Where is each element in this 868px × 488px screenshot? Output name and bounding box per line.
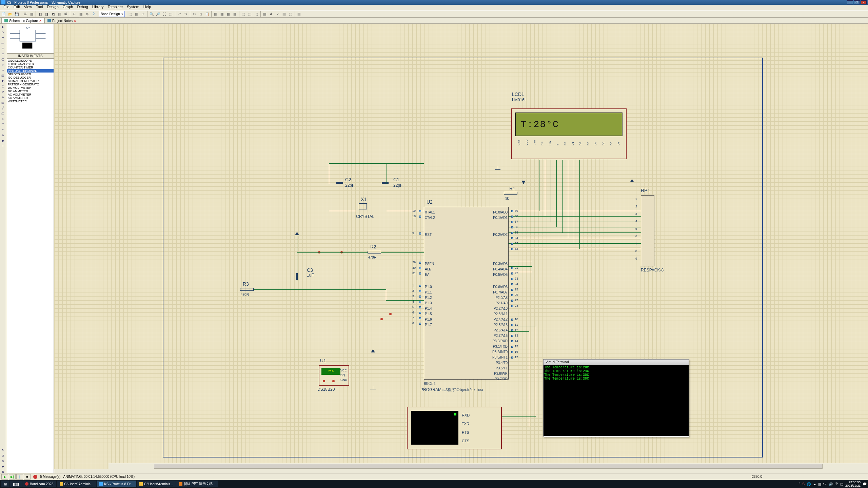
instrument-item[interactable]: AC VOLTMETER bbox=[7, 93, 54, 96]
junction-icon[interactable]: ✛ bbox=[1, 36, 5, 41]
close-tab-icon[interactable]: × bbox=[39, 19, 41, 23]
menu-help[interactable]: Help bbox=[141, 5, 153, 10]
close-button[interactable]: × bbox=[861, 0, 867, 4]
menu-library[interactable]: Library bbox=[90, 5, 106, 10]
status-messages[interactable]: 5 Message(s) bbox=[40, 475, 61, 479]
taskbar-item[interactable]: C:\Users\Adminis... bbox=[137, 481, 176, 487]
instrument-item[interactable]: I2C DEBUGGER bbox=[7, 76, 54, 79]
r1-component[interactable] bbox=[504, 192, 517, 195]
generator-icon[interactable]: ⊙ bbox=[1, 85, 5, 89]
print-icon[interactable]: 🖶 bbox=[22, 11, 28, 17]
open-icon[interactable]: 📂 bbox=[7, 11, 13, 17]
instrument-item[interactable]: OSCILLOSCOPE bbox=[7, 59, 54, 62]
minimize-button[interactable]: − bbox=[847, 0, 853, 4]
menu-edit[interactable]: Edit bbox=[12, 5, 22, 10]
block-icon[interactable]: ▦ bbox=[232, 11, 238, 17]
rotate-ccw-icon[interactable]: ↺ bbox=[1, 454, 5, 459]
origin-icon[interactable]: ⊕ bbox=[84, 11, 90, 17]
instrument-item[interactable]: SPI DEBUGGER bbox=[7, 73, 54, 76]
probe-i-icon[interactable]: A bbox=[1, 96, 5, 100]
code-icon[interactable]: ⌘ bbox=[63, 11, 69, 17]
instrument-item[interactable]: WATTMETER bbox=[7, 100, 54, 103]
tape-icon[interactable]: ◐ bbox=[1, 79, 5, 84]
block-icon[interactable]: ▦ bbox=[213, 11, 219, 17]
symbol-icon[interactable]: ◆ bbox=[1, 139, 5, 144]
tray-icon[interactable]: 🔊 bbox=[829, 482, 833, 486]
block-icon[interactable]: ▦ bbox=[225, 11, 232, 17]
new-icon[interactable]: 📄 bbox=[1, 11, 7, 17]
instrument-item[interactable]: SIGNAL GENERATOR bbox=[7, 79, 54, 83]
cut-icon[interactable]: ✂ bbox=[191, 11, 197, 17]
tab-schematic[interactable]: Schematic Capture × bbox=[1, 18, 44, 23]
tool-icon[interactable]: ⬚ bbox=[127, 11, 133, 17]
angle-icon[interactable]: 0 bbox=[1, 460, 5, 464]
plus-icon[interactable]: + bbox=[1, 144, 5, 149]
instrument-item[interactable]: DC VOLTMETER bbox=[7, 86, 54, 89]
zoom-area-icon[interactable]: ⬚ bbox=[168, 11, 174, 17]
zoom-fit-icon[interactable]: ⛶ bbox=[161, 11, 167, 17]
snap-icon[interactable]: ▦ bbox=[262, 11, 268, 17]
tray-icon[interactable]: 中 bbox=[835, 482, 838, 486]
pcb-icon[interactable]: ◨ bbox=[43, 11, 50, 17]
pause-button[interactable]: || bbox=[16, 474, 23, 480]
tray-icon[interactable]: 🛡 bbox=[823, 482, 827, 486]
lcd-component[interactable]: T:28°C VSSVDDVEERSRWED0D1D2D3D4D5D6D7 bbox=[511, 108, 627, 159]
block-icon[interactable]: ▦ bbox=[219, 11, 225, 17]
text2-icon[interactable]: A bbox=[1, 134, 5, 138]
instrument-item[interactable]: AC AMMETER bbox=[7, 96, 54, 100]
switch-node[interactable] bbox=[389, 313, 392, 315]
temp-up-icon[interactable] bbox=[332, 380, 335, 382]
rp1-component[interactable] bbox=[641, 195, 654, 266]
arm-icon[interactable]: ⬚ bbox=[288, 11, 294, 17]
tray-icon[interactable]: ▦ bbox=[818, 482, 821, 486]
start-button[interactable]: ⊞ bbox=[1, 481, 9, 487]
rotate-cw-icon[interactable]: ↻ bbox=[1, 449, 5, 453]
erc-icon[interactable]: ✓ bbox=[275, 11, 281, 17]
text-icon[interactable]: ≡ bbox=[1, 47, 5, 52]
taskbar-item[interactable]: C:\Users\Adminis... bbox=[57, 481, 96, 487]
step-button[interactable]: ▶| bbox=[9, 474, 16, 480]
undo-icon[interactable]: ↶ bbox=[176, 11, 182, 17]
line-icon[interactable]: ╱ bbox=[1, 106, 5, 111]
select-icon[interactable]: ▶ bbox=[1, 25, 5, 30]
graph-icon[interactable]: ▤ bbox=[1, 74, 5, 79]
design-combo[interactable]: Base Design bbox=[99, 11, 125, 17]
menu-template[interactable]: Template bbox=[105, 5, 125, 10]
path-icon[interactable]: ~ bbox=[1, 128, 5, 133]
menu-graph[interactable]: Graph bbox=[61, 5, 75, 10]
scrollbar-thumb[interactable] bbox=[154, 464, 822, 469]
c2-component[interactable] bbox=[336, 182, 343, 184]
tray-icon[interactable]: ▢ bbox=[840, 482, 843, 486]
taskbar-item[interactable]: 新建 PPT 演示文稿... bbox=[176, 481, 218, 487]
instrument-item[interactable]: PATTERN GENERATO bbox=[7, 83, 54, 86]
tab-project-notes[interactable]: Project Notes × bbox=[44, 18, 79, 23]
taskbar-item[interactable]: Bandicam 2023 bbox=[22, 481, 56, 487]
probe-v-icon[interactable]: V bbox=[1, 90, 5, 95]
bom-icon[interactable]: ▤ bbox=[56, 11, 62, 17]
temp-down-icon[interactable] bbox=[323, 380, 325, 382]
horizontal-scrollbar[interactable] bbox=[108, 463, 868, 469]
tray-icon[interactable]: 🌐 bbox=[807, 482, 811, 486]
zoom-out-icon[interactable]: 🔎 bbox=[155, 11, 161, 17]
instrument-item[interactable]: DC AMMETER bbox=[7, 89, 54, 93]
label-icon[interactable]: ▭ bbox=[1, 41, 5, 46]
bus-icon[interactable]: ━ bbox=[1, 52, 5, 57]
menu-tool[interactable]: Tool bbox=[34, 5, 45, 10]
serial-terminal-component[interactable]: RXD TXD RTS CTS bbox=[407, 407, 502, 449]
pick-icon[interactable]: ⬚ bbox=[240, 11, 246, 17]
r3-component[interactable] bbox=[240, 288, 254, 291]
instrument-icon[interactable]: ▤ bbox=[1, 101, 5, 106]
stop-button[interactable]: ■ bbox=[24, 474, 31, 480]
box-icon[interactable]: ▢ bbox=[1, 112, 5, 117]
subcircuit-icon[interactable]: ▢ bbox=[1, 58, 5, 62]
mcu-component[interactable]: XTAL1XTAL2RSTPSENALEEAP1.0P1.1P1.2P1.3P1… bbox=[424, 207, 509, 380]
close-tab-icon[interactable]: × bbox=[74, 19, 76, 23]
redo-icon[interactable]: ↷ bbox=[183, 11, 189, 17]
r2-component[interactable] bbox=[368, 251, 381, 253]
pin-icon[interactable]: ⊸ bbox=[1, 68, 5, 73]
x1-component[interactable] bbox=[359, 203, 367, 209]
virtual-terminal-window[interactable]: Virtual Terminal The Temperature is:28CT… bbox=[543, 359, 689, 437]
schematic-icon[interactable]: ◧ bbox=[37, 11, 43, 17]
tray-icon[interactable]: ☁ bbox=[813, 482, 816, 486]
instruments-list[interactable]: OSCILLOSCOPELOGIC ANALYSERCOUNTER TIMERV… bbox=[7, 59, 54, 475]
